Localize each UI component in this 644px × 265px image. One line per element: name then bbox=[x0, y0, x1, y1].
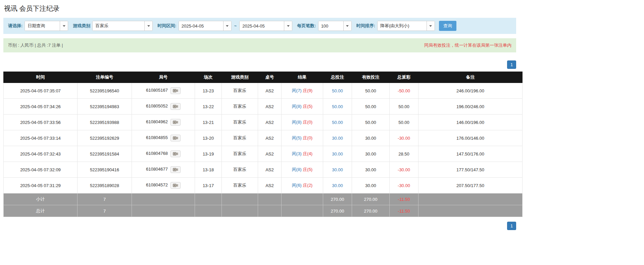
cell-table-no: AS2 bbox=[258, 178, 282, 193]
cell-round-id: 610804572 bbox=[132, 178, 195, 193]
video-replay-button[interactable] bbox=[170, 182, 181, 189]
cell-total-bet: 30.00 bbox=[323, 162, 352, 178]
cell-payout: -30.00 bbox=[390, 130, 418, 146]
page-1-button[interactable]: 1 bbox=[507, 222, 516, 230]
query-button[interactable]: 查询 bbox=[439, 21, 456, 31]
total-label: 总计 bbox=[4, 205, 78, 217]
round-id-text: 610804572 bbox=[146, 182, 168, 187]
select-type-combobox[interactable] bbox=[24, 21, 68, 31]
chevron-down-icon bbox=[429, 25, 432, 27]
cell-result: 闲(5) 庄(0) bbox=[282, 130, 323, 146]
cell-valid-bet: 50.00 bbox=[352, 115, 390, 130]
total-bet-link[interactable]: 30.00 bbox=[332, 136, 343, 141]
video-replay-button[interactable] bbox=[170, 150, 181, 157]
cell-table-no: AS2 bbox=[258, 146, 282, 162]
cell-remark: 147.50/176.00 bbox=[418, 146, 523, 162]
page-size-label: 每页笔数: bbox=[297, 23, 316, 29]
cell-round-id: 610804855 bbox=[132, 130, 195, 146]
table-row: 2025-04-05 07:33:14 522395192629 6108048… bbox=[4, 130, 523, 146]
cell-game-type: 百家乐 bbox=[222, 130, 258, 146]
table-row: 2025-04-05 07:33:56 522395193988 6108049… bbox=[4, 115, 523, 130]
cell-remark: 177.50/147.50 bbox=[418, 162, 523, 178]
select-type-input[interactable] bbox=[25, 21, 60, 31]
game-type-combobox[interactable] bbox=[92, 21, 153, 31]
cell-bet-id: 522395189028 bbox=[78, 178, 132, 193]
chevron-down-icon bbox=[226, 25, 229, 27]
game-type-input[interactable] bbox=[93, 21, 144, 31]
date-from-dropdown-button[interactable] bbox=[223, 21, 231, 31]
time-sort-label: 时间排序: bbox=[356, 23, 375, 29]
date-to-dropdown-button[interactable] bbox=[284, 21, 292, 31]
date-to-combobox[interactable] bbox=[239, 21, 292, 31]
cell-table-no: AS2 bbox=[258, 162, 282, 178]
total-bet-link[interactable]: 50.00 bbox=[332, 104, 343, 109]
video-replay-button[interactable] bbox=[170, 119, 181, 126]
cell-round-id: 610804962 bbox=[132, 115, 195, 130]
round-id-text: 610804768 bbox=[146, 151, 168, 156]
video-camera-icon bbox=[173, 104, 178, 108]
cell-round-id: 610805167 bbox=[132, 83, 195, 99]
round-id-text: 610805167 bbox=[146, 88, 168, 93]
time-sort-input[interactable] bbox=[378, 21, 427, 31]
time-sort-dropdown-button[interactable] bbox=[427, 21, 435, 31]
select-type-dropdown-button[interactable] bbox=[60, 21, 68, 31]
total-bet-link[interactable]: 30.00 bbox=[332, 167, 343, 172]
video-replay-button[interactable] bbox=[170, 103, 181, 110]
total-bet-link[interactable]: 30.00 bbox=[332, 151, 343, 157]
cell-game-type: 百家乐 bbox=[222, 99, 258, 115]
subtotal-valid-bet: 270.00 bbox=[352, 193, 390, 205]
summary-currency-count: 币别 : 人民币 | 总共 :7 注单 | bbox=[8, 42, 63, 48]
cell-remark: 246.00/196.00 bbox=[418, 83, 523, 99]
header-table-no: 桌号 bbox=[258, 72, 282, 83]
result-banker: 庄(4) bbox=[303, 151, 312, 156]
chevron-down-icon bbox=[287, 25, 290, 27]
round-id-text: 610804855 bbox=[146, 135, 168, 140]
page-1-button[interactable]: 1 bbox=[507, 60, 516, 69]
subtotal-count: 7 bbox=[78, 193, 132, 205]
page-size-dropdown-button[interactable] bbox=[343, 21, 351, 31]
cell-total-bet: 50.00 bbox=[323, 83, 352, 99]
cell-remark: 196.00/246.00 bbox=[418, 99, 523, 115]
cell-round-id: 610804768 bbox=[132, 146, 195, 162]
time-sort-combobox[interactable] bbox=[377, 21, 435, 31]
cell-remark: 207.50/177.50 bbox=[418, 178, 523, 193]
total-bet-link[interactable]: 50.00 bbox=[332, 120, 343, 125]
cell-session: 13-20 bbox=[195, 130, 222, 146]
date-from-input[interactable] bbox=[179, 21, 223, 31]
video-replay-button[interactable] bbox=[170, 166, 181, 173]
video-replay-button[interactable] bbox=[170, 135, 181, 141]
page-size-combobox[interactable] bbox=[318, 21, 352, 31]
cell-game-type: 百家乐 bbox=[222, 146, 258, 162]
cell-remark: 146.00/196.00 bbox=[418, 115, 523, 130]
game-type-label: 游戏类别 bbox=[73, 23, 90, 29]
cell-time: 2025-04-05 07:31:29 bbox=[4, 178, 78, 193]
video-replay-button[interactable] bbox=[170, 87, 181, 94]
chevron-down-icon bbox=[147, 25, 150, 27]
result-player: 闲(8) bbox=[292, 104, 302, 109]
cell-session: 13-18 bbox=[195, 162, 222, 178]
page-size-input[interactable] bbox=[318, 21, 343, 31]
cell-remark: 176.00/146.00 bbox=[418, 130, 523, 146]
chevron-down-icon bbox=[63, 25, 65, 27]
filter-bar: 请选择: 游戏类别 时间区间: ~ 每页笔数: 时间排序: bbox=[3, 18, 516, 34]
date-from-combobox[interactable] bbox=[179, 21, 232, 31]
cell-round-id: 610804677 bbox=[132, 162, 195, 178]
pagination-bottom: 1 bbox=[3, 222, 516, 230]
total-bet-link[interactable]: 30.00 bbox=[332, 183, 343, 188]
cell-session: 13-22 bbox=[195, 99, 222, 115]
page-title: 视讯 会员下注纪录 bbox=[4, 4, 516, 13]
game-type-dropdown-button[interactable] bbox=[144, 21, 152, 31]
date-to-input[interactable] bbox=[240, 21, 284, 31]
cell-round-id: 610805052 bbox=[132, 99, 195, 115]
table-row: 2025-04-05 07:31:29 522395189028 6108045… bbox=[4, 178, 523, 193]
header-valid-bet: 有效投注 bbox=[352, 72, 390, 83]
video-camera-icon bbox=[173, 183, 178, 187]
result-banker: 庄(0) bbox=[303, 120, 312, 125]
video-camera-icon bbox=[173, 152, 178, 156]
cell-payout: 50.00 bbox=[390, 99, 418, 115]
total-bet-link[interactable]: 50.00 bbox=[332, 88, 343, 93]
total-count: 7 bbox=[78, 205, 132, 217]
total-row: 总计 7 270.00 270.00 -11.50 bbox=[4, 205, 523, 217]
subtotal-label: 小计 bbox=[4, 193, 78, 205]
cell-result: 闲(6) 庄(2) bbox=[282, 178, 323, 193]
